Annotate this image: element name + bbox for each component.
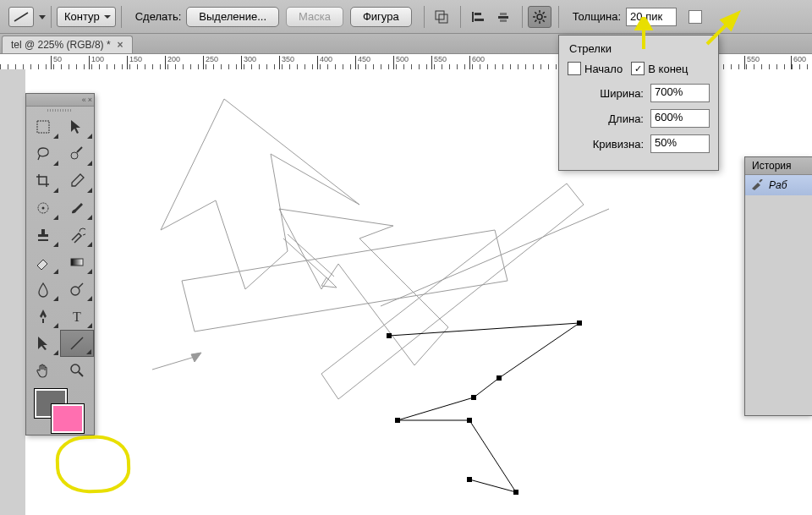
svg-marker-19 <box>161 99 359 289</box>
svg-marker-20 <box>279 209 448 365</box>
pen-icon <box>35 308 52 325</box>
path-select-tool[interactable] <box>26 330 60 357</box>
separator <box>424 6 425 28</box>
brush-icon <box>750 179 764 191</box>
align-icon[interactable] <box>466 6 490 28</box>
history-brush-icon <box>69 227 85 244</box>
tools-panel-header[interactable]: «× <box>26 94 94 107</box>
arrow-length-field[interactable]: 600% <box>650 109 710 128</box>
history-brush-tool[interactable] <box>60 222 94 249</box>
marquee-rect-icon <box>35 118 52 135</box>
type-tool[interactable]: T <box>60 303 94 330</box>
svg-line-24 <box>288 234 334 277</box>
svg-marker-23 <box>321 277 337 288</box>
color-swatches[interactable] <box>26 384 94 435</box>
svg-rect-30 <box>577 321 582 326</box>
svg-marker-26 <box>321 184 584 399</box>
chevron-down-icon[interactable] <box>39 8 46 26</box>
mask-button: Маска <box>286 7 343 27</box>
svg-point-38 <box>71 152 78 159</box>
zoom-icon <box>69 362 85 379</box>
svg-marker-1 <box>39 15 46 19</box>
eyedropper-icon <box>69 173 85 189</box>
quick-select-tool[interactable] <box>60 140 94 167</box>
eraser-icon <box>35 254 52 271</box>
gear-icon[interactable] <box>528 6 551 28</box>
options-bar: Контур Сделать: Выделение... Маска Фигур… <box>0 0 812 34</box>
separator <box>522 6 523 28</box>
svg-line-47 <box>79 372 83 376</box>
line-tool-tool[interactable] <box>60 330 94 357</box>
svg-line-15 <box>535 12 536 14</box>
selection-button[interactable]: Выделение... <box>186 7 279 27</box>
dodge-tool[interactable] <box>60 276 94 303</box>
blur-tool[interactable] <box>26 276 60 303</box>
svg-rect-36 <box>467 477 472 482</box>
arrange-icon[interactable] <box>491 6 515 28</box>
svg-line-25 <box>381 209 609 306</box>
svg-line-43 <box>79 283 83 288</box>
svg-rect-6 <box>475 19 484 21</box>
eyedropper-tool[interactable] <box>60 167 94 194</box>
svg-rect-2 <box>436 11 444 19</box>
background-swatch[interactable] <box>52 404 84 433</box>
lasso-tool[interactable] <box>26 140 60 167</box>
path-combine-icon[interactable] <box>430 6 453 28</box>
thickness-field[interactable]: 20 пик <box>626 8 677 26</box>
panel-grip[interactable] <box>26 107 94 113</box>
history-body <box>745 195 812 415</box>
svg-marker-28 <box>191 353 201 362</box>
arrow-curvature-field[interactable]: 50% <box>650 134 710 153</box>
type-icon: T <box>69 308 85 325</box>
svg-rect-3 <box>439 14 447 23</box>
svg-rect-37 <box>37 121 49 133</box>
current-tool-preview[interactable] <box>8 7 34 27</box>
arrow-start-checkbox[interactable]: Начало <box>568 62 623 75</box>
healing-brush-tool[interactable] <box>26 194 60 222</box>
move-icon <box>69 118 85 135</box>
separator <box>51 6 52 28</box>
shape-button[interactable]: Фигура <box>350 7 412 27</box>
unknown-checkbox[interactable] <box>689 10 702 24</box>
svg-line-16 <box>542 19 544 21</box>
stamp-icon <box>35 227 52 244</box>
svg-point-42 <box>71 287 80 295</box>
line-tool-icon <box>69 335 85 352</box>
svg-rect-9 <box>500 19 507 22</box>
zoom-tool[interactable] <box>60 357 94 384</box>
brush-icon <box>69 200 85 216</box>
arrow-end-checkbox[interactable]: ✓ В конец <box>631 62 688 75</box>
arrow-length-label: Длина: <box>608 112 644 125</box>
svg-rect-8 <box>500 13 507 15</box>
pen-tool[interactable] <box>26 303 60 330</box>
move-tool[interactable] <box>60 113 94 140</box>
svg-rect-7 <box>498 16 508 19</box>
svg-point-40 <box>42 207 45 210</box>
svg-line-45 <box>71 337 83 349</box>
dodge-icon <box>69 281 85 298</box>
marquee-rect-tool[interactable] <box>26 113 60 140</box>
svg-rect-5 <box>475 13 481 15</box>
crop-tool[interactable] <box>26 167 60 194</box>
document-tab[interactable]: tel @ 225% (RGB/8) * × <box>2 36 133 53</box>
canvas-gutter <box>0 69 25 515</box>
popover-title: Стрелки <box>569 42 710 55</box>
brush-tool[interactable] <box>60 194 94 222</box>
history-panel-title[interactable]: История <box>745 157 812 175</box>
stroke-mode-dropdown[interactable]: Контур <box>57 7 116 27</box>
arrow-curvature-label: Кривизна: <box>593 138 644 151</box>
thickness-label: Толщина: <box>573 10 621 23</box>
checkbox-icon <box>568 62 581 75</box>
close-icon[interactable]: × <box>118 39 123 51</box>
stamp-tool[interactable] <box>26 222 60 249</box>
gradient-tool[interactable] <box>60 249 94 276</box>
eraser-tool[interactable] <box>26 249 60 276</box>
history-row[interactable]: Раб <box>745 175 812 195</box>
crop-icon <box>35 173 52 189</box>
svg-rect-33 <box>395 418 400 423</box>
arrow-width-field[interactable]: 700% <box>650 84 710 102</box>
quick-select-icon <box>69 145 85 162</box>
separator <box>460 6 461 28</box>
hand-tool[interactable] <box>26 357 60 384</box>
lasso-icon <box>35 145 52 162</box>
